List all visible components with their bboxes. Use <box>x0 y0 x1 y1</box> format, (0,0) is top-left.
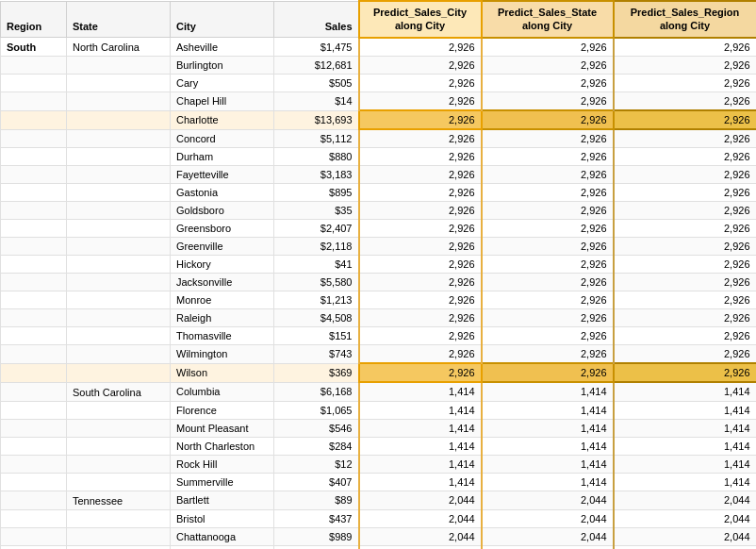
cell-region <box>1 166 67 184</box>
cell-region <box>1 57 67 75</box>
cell-state <box>67 401 171 419</box>
cell-region <box>1 363 67 382</box>
cell-state <box>67 92 171 111</box>
cell-region <box>1 545 67 549</box>
cell-sales: $1,475 <box>274 38 359 57</box>
cell-city: Hickory <box>171 256 274 274</box>
cell-state <box>67 509 171 527</box>
cell-pred3: 1,414 <box>614 455 757 473</box>
cell-pred1: 2,926 <box>359 75 482 92</box>
table-row: Hickory$412,9262,9262,926 <box>1 256 757 274</box>
cell-pred3: 1,414 <box>614 382 757 401</box>
cell-pred1: 2,926 <box>359 256 482 274</box>
cell-sales: $35 <box>274 202 359 220</box>
cell-state <box>67 166 171 184</box>
header-pred1: Predict_Sales_Cityalong City <box>359 1 482 38</box>
cell-region <box>1 491 67 509</box>
cell-region <box>1 527 67 545</box>
cell-state <box>67 437 171 455</box>
cell-region <box>1 345 67 364</box>
cell-region <box>1 401 67 419</box>
table-row: Gastonia$8952,9262,9262,926 <box>1 184 757 202</box>
header-city: City <box>171 1 274 38</box>
table-row: Cary$5052,9262,9262,926 <box>1 75 757 92</box>
cell-pred3: 2,926 <box>614 327 757 345</box>
cell-region <box>1 110 67 129</box>
cell-pred3: 2,926 <box>614 148 757 166</box>
cell-region: South <box>1 38 67 57</box>
cell-city: Monroe <box>171 291 274 309</box>
table-row: Durham$8802,9262,9262,926 <box>1 148 757 166</box>
table-row: Burlington$12,6812,9262,9262,926 <box>1 57 757 75</box>
cell-region <box>1 92 67 111</box>
table-row: Concord$5,1122,9262,9262,926 <box>1 129 757 148</box>
cell-city: Asheville <box>171 38 274 57</box>
cell-pred2: 2,926 <box>482 238 614 256</box>
cell-state <box>67 238 171 256</box>
cell-sales: $369 <box>274 363 359 382</box>
cell-pred2: 2,926 <box>482 291 614 309</box>
cell-region <box>1 327 67 345</box>
cell-pred1: 2,044 <box>359 545 482 549</box>
cell-pred2: 1,414 <box>482 382 614 401</box>
cell-city: Thomasville <box>171 327 274 345</box>
cell-city: Goldsboro <box>171 202 274 220</box>
cell-city: Concord <box>171 129 274 148</box>
cell-city: North Charleston <box>171 437 274 455</box>
cell-pred2: 1,414 <box>482 419 614 437</box>
cell-pred1: 2,926 <box>359 202 482 220</box>
cell-region <box>1 238 67 256</box>
cell-pred2: 2,926 <box>482 92 614 111</box>
cell-pred2: 2,044 <box>482 491 614 509</box>
cell-region <box>1 509 67 527</box>
table-row: South CarolinaColumbia$6,1681,4141,4141,… <box>1 382 757 401</box>
cell-pred2: 2,926 <box>482 184 614 202</box>
cell-pred1: 1,414 <box>359 455 482 473</box>
cell-city: Greensboro <box>171 220 274 238</box>
cell-city: Greenville <box>171 238 274 256</box>
cell-sales: $284 <box>274 437 359 455</box>
cell-pred1: 2,926 <box>359 92 482 111</box>
cell-pred3: 1,414 <box>614 401 757 419</box>
cell-sales: $151 <box>274 327 359 345</box>
cell-state <box>67 419 171 437</box>
cell-city: Wilmington <box>171 345 274 364</box>
cell-sales: $546 <box>274 419 359 437</box>
cell-pred3: 2,926 <box>614 129 757 148</box>
cell-city: Chattanooga <box>171 527 274 545</box>
cell-city: Summerville <box>171 473 274 491</box>
cell-pred3: 2,926 <box>614 274 757 291</box>
cell-pred1: 2,044 <box>359 527 482 545</box>
cell-pred3: 2,926 <box>614 238 757 256</box>
cell-pred1: 2,926 <box>359 148 482 166</box>
cell-region <box>1 184 67 202</box>
cell-pred3: 2,926 <box>614 345 757 364</box>
cell-pred2: 2,926 <box>482 148 614 166</box>
cell-city: Charlotte <box>171 110 274 129</box>
cell-sales: $505 <box>274 75 359 92</box>
cell-state <box>67 274 171 291</box>
cell-city: Durham <box>171 148 274 166</box>
cell-sales: $89 <box>274 491 359 509</box>
cell-pred3: 1,414 <box>614 419 757 437</box>
cell-city: Florence <box>171 401 274 419</box>
cell-pred2: 1,414 <box>482 473 614 491</box>
cell-pred1: 2,926 <box>359 291 482 309</box>
table-row: Charlotte$13,6932,9262,9262,926 <box>1 110 757 129</box>
table-row: Florence$1,0651,4141,4141,414 <box>1 401 757 419</box>
table-row: Mount Pleasant$5461,4141,4141,414 <box>1 419 757 437</box>
table-row: Jacksonville$5,5802,9262,9262,926 <box>1 274 757 291</box>
cell-pred1: 2,926 <box>359 220 482 238</box>
cell-state: Tennessee <box>67 491 171 509</box>
cell-sales: $880 <box>274 148 359 166</box>
cell-pred1: 2,926 <box>359 129 482 148</box>
cell-pred1: 2,926 <box>359 309 482 327</box>
data-table: Region State City Sales Predict_Sales_Ci… <box>0 0 756 549</box>
cell-pred1: 2,926 <box>359 38 482 57</box>
cell-pred3: 2,926 <box>614 110 757 129</box>
header-state: State <box>67 1 171 38</box>
cell-sales: $437 <box>274 509 359 527</box>
cell-state <box>67 345 171 364</box>
cell-sales: $41 <box>274 256 359 274</box>
table-row: Clarksville$2,2182,0442,0442,044 <box>1 545 757 549</box>
